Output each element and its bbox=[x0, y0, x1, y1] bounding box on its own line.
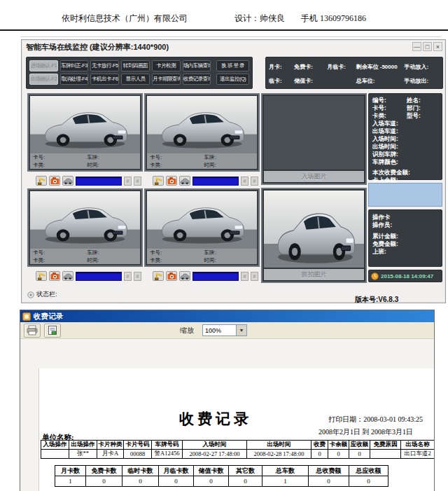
toolbar-button-1-7[interactable]: 换 班 登 录 bbox=[216, 60, 249, 71]
capture-photo-label: 抓拍图片 bbox=[264, 269, 364, 280]
table-cell: 0 bbox=[312, 450, 328, 459]
camera-info-strip: 卡号:车牌: 卡类:时间: bbox=[147, 249, 257, 264]
toolbar-row-2: 出场确认-F2取消处理-F4卡机出卡-F6显示人员月卡期限查询收费记录查询退出监… bbox=[29, 74, 249, 85]
plate-clear-button[interactable]: # bbox=[251, 272, 258, 281]
zoom-label: 缩放 bbox=[180, 326, 194, 336]
chevron-down-icon[interactable]: ▼ bbox=[236, 325, 246, 336]
table-header-cell: 入场操作 bbox=[41, 441, 69, 450]
plate-clear-button[interactable]: # bbox=[134, 177, 141, 186]
camera-panel-2: 卡号:车牌: 卡类:时间: bbox=[144, 93, 260, 172]
stats-row-2: 临卡:储值卡:总车位:手动放出: bbox=[269, 75, 440, 86]
toolbar-button-2-7[interactable]: 退出监控(Q) bbox=[216, 74, 249, 85]
car-photo bbox=[30, 96, 140, 153]
plate-input[interactable] bbox=[76, 272, 122, 281]
plate-confirm-button[interactable]: # bbox=[241, 272, 248, 281]
print-date-value: 2008-03-01 09:43:25 bbox=[363, 415, 423, 423]
stat-label: 临卡: bbox=[269, 77, 294, 85]
plate-confirm-button[interactable]: # bbox=[241, 177, 248, 186]
clock-icon bbox=[371, 272, 379, 280]
toolbar-button-2-6[interactable]: 收费记录查询 bbox=[183, 74, 211, 85]
snapshot-button[interactable] bbox=[166, 271, 177, 281]
plate-input[interactable] bbox=[192, 272, 239, 281]
field-model: 型号: bbox=[407, 112, 421, 120]
toolbar-button-1-3[interactable]: 无卡放行-F5 bbox=[90, 60, 119, 71]
toolbar-button-2-3[interactable]: 卡机出卡-F6 bbox=[90, 74, 119, 85]
gate-open-button[interactable] bbox=[36, 271, 47, 281]
zoom-select[interactable]: 100% ▼ bbox=[202, 324, 247, 336]
toolbar-button-2-4[interactable]: 显示人员 bbox=[121, 74, 150, 85]
table-cell: 2008-02-27 17:48:00 bbox=[183, 450, 247, 459]
gate-open-button[interactable] bbox=[153, 271, 164, 281]
fee-display-box bbox=[368, 183, 442, 207]
print-button[interactable] bbox=[24, 324, 41, 338]
minimize-button[interactable]: — bbox=[412, 42, 421, 51]
camera-photo bbox=[30, 191, 140, 249]
stat-label: 月临卡: bbox=[327, 63, 356, 71]
table-cell: 0 bbox=[86, 476, 122, 487]
entry-photo-area bbox=[264, 96, 364, 170]
toolbar-button-2-2[interactable]: 取消处理-F4 bbox=[60, 74, 89, 85]
plate-confirm-button[interactable]: # bbox=[124, 177, 132, 186]
gate-open-button[interactable] bbox=[153, 176, 164, 186]
export-button[interactable] bbox=[44, 324, 61, 338]
plate-label: 车牌: bbox=[204, 153, 254, 161]
stat-label: 储值卡: bbox=[294, 77, 327, 85]
time-label: 时间: bbox=[204, 161, 254, 169]
print-date-label: 打印日期： bbox=[328, 415, 363, 423]
time-label: 时间: bbox=[87, 256, 137, 264]
close-button[interactable]: × bbox=[433, 42, 442, 51]
company-name: 依时利信息技术（广州）有限公司 bbox=[62, 13, 188, 25]
gate-open-button[interactable] bbox=[36, 176, 47, 186]
table-header-cell: 免费原因 bbox=[370, 441, 401, 450]
stat-text: 手动放入: bbox=[404, 64, 428, 70]
vehicle-button[interactable] bbox=[62, 176, 74, 186]
table: 月卡数免费卡数临时卡数月临卡数储值卡数其它数总车数总收费额总应收额1000001… bbox=[55, 465, 388, 487]
gate-icon bbox=[37, 177, 46, 186]
toolbar-button-2-1: 出场确认-F2 bbox=[29, 74, 58, 85]
snapshot-button[interactable] bbox=[49, 271, 60, 281]
field-exit-lane: 出场车道: bbox=[372, 127, 438, 135]
plate-input[interactable] bbox=[76, 177, 122, 186]
clock-bar: 2015-08-18 14:09:47 bbox=[368, 270, 442, 282]
report-window-icon bbox=[22, 312, 31, 321]
table-cell bbox=[41, 450, 69, 459]
report-toolbar: 缩放 100% ▼ bbox=[20, 322, 434, 339]
table-header-cell: 车牌号码 bbox=[152, 441, 183, 450]
vehicle-button[interactable] bbox=[62, 271, 74, 281]
snapshot-button[interactable] bbox=[166, 176, 177, 186]
vehicle-button[interactable] bbox=[179, 271, 190, 281]
toolbar-button-1-4[interactable]: 转到四画面 bbox=[121, 60, 150, 71]
stat-text: 临卡: bbox=[269, 78, 282, 84]
card-no-label: 卡号: bbox=[33, 249, 87, 256]
plate-input[interactable] bbox=[192, 177, 239, 186]
plate-clear-button[interactable]: # bbox=[251, 177, 258, 186]
toolbar-button-1-6[interactable]: 场内车辆查询 bbox=[183, 60, 211, 71]
vehicle-button[interactable] bbox=[179, 176, 190, 186]
page-header: 依时利信息技术（广州）有限公司 设计：帅侠良 手机 13609796186 bbox=[0, 0, 448, 39]
toolbar-button-2-5[interactable]: 月卡期限查询 bbox=[152, 74, 181, 85]
card-type-label: 卡类: bbox=[150, 256, 204, 264]
stat-label: 总车位: bbox=[356, 77, 405, 85]
camera-photo bbox=[30, 96, 140, 153]
report-window: 收费记录 缩放 100% ▼ 收费记录 打印日期：2008-03-01 09:4… bbox=[20, 310, 435, 491]
toolbar-button-1-2[interactable]: 车牌纠正-F3 bbox=[60, 60, 89, 71]
car-icon bbox=[63, 177, 73, 185]
snapshot-button[interactable] bbox=[49, 176, 60, 186]
stat-text: 月临卡: bbox=[327, 64, 346, 70]
car-icon bbox=[180, 177, 190, 185]
total-amount-label: 累计金额: bbox=[372, 233, 438, 240]
plate-label: 车牌: bbox=[204, 249, 254, 256]
table-cell: 警A12456 bbox=[152, 450, 183, 459]
stat-value: -50000 bbox=[380, 64, 398, 70]
table-cell: 0 bbox=[122, 476, 159, 487]
toolbar-button-1-5[interactable]: 卡片检测 bbox=[152, 60, 181, 71]
plate-confirm-button[interactable]: # bbox=[124, 272, 132, 281]
report-preview[interactable]: 收费记录 打印日期：2008-03-01 09:43:25 2008年2月1日 … bbox=[20, 339, 434, 491]
field-number: 编号: bbox=[372, 97, 407, 104]
camera-panel-3: 卡号:车牌: 卡类:时间: bbox=[27, 188, 143, 267]
maximize-button[interactable]: □ bbox=[423, 42, 432, 51]
stats-row-1: 月卡:免费卡:月临卡:剩余车位-50000手动放入: bbox=[269, 61, 440, 72]
plate-clear-button[interactable]: # bbox=[134, 272, 141, 281]
stat-text: 免费卡: bbox=[294, 64, 313, 70]
report-page: 收费记录 打印日期：2008-03-01 09:43:25 2008年2月1日 … bbox=[38, 368, 434, 491]
